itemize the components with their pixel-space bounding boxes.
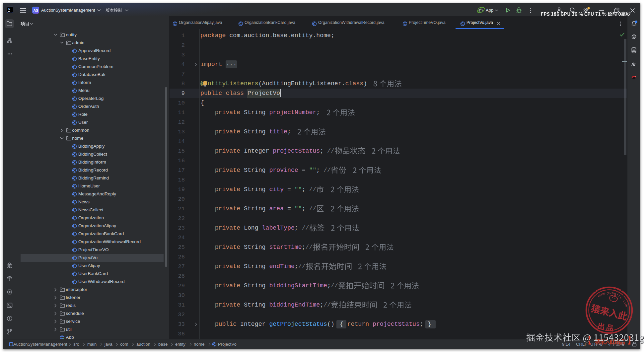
svg-text:IJ: IJ — [8, 8, 10, 10]
svg-text:AS: AS — [33, 8, 38, 12]
